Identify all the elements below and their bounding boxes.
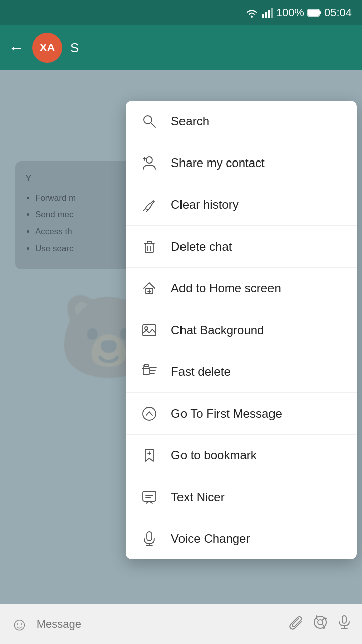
input-bar: ☺ bbox=[0, 604, 362, 644]
menu-item-text-nicer[interactable]: Text Nicer bbox=[126, 476, 357, 518]
menu-label-share-contact: Share my contact bbox=[171, 156, 265, 170]
svg-rect-6 bbox=[319, 11, 321, 14]
home-add-icon bbox=[140, 279, 159, 298]
svg-rect-39 bbox=[342, 616, 346, 623]
chat-area: 🐻 Y Forward m Send mec Access th Use sea… bbox=[0, 70, 362, 604]
menu-item-first-message[interactable]: Go To First Message bbox=[126, 393, 357, 435]
menu-item-fast-delete[interactable]: Fast delete bbox=[126, 351, 357, 393]
attachment-icon[interactable] bbox=[289, 615, 304, 633]
microphone-icon[interactable] bbox=[337, 615, 352, 633]
svg-rect-34 bbox=[147, 532, 152, 541]
add-person-icon bbox=[140, 153, 159, 173]
svg-rect-2 bbox=[265, 12, 267, 18]
back-button[interactable]: ← bbox=[8, 39, 24, 57]
menu-label-clear-history: Clear history bbox=[171, 198, 239, 212]
menu-label-search: Search bbox=[171, 114, 209, 128]
menu-label-delete-chat: Delete chat bbox=[171, 239, 232, 254]
draw-icon[interactable] bbox=[313, 615, 328, 633]
menu-label-chat-bg: Chat Background bbox=[171, 323, 264, 337]
menu-label-fast-delete: Fast delete bbox=[171, 365, 231, 379]
menu-label-text-nicer: Text Nicer bbox=[171, 490, 225, 504]
bookmark-add-icon bbox=[140, 446, 159, 465]
battery-icon bbox=[307, 8, 321, 17]
svg-line-13 bbox=[143, 209, 145, 211]
svg-point-28 bbox=[143, 407, 156, 420]
image-icon bbox=[140, 320, 159, 340]
svg-rect-3 bbox=[268, 10, 270, 18]
svg-rect-7 bbox=[308, 10, 319, 16]
svg-rect-4 bbox=[272, 8, 273, 18]
battery-text: 100% bbox=[276, 6, 304, 19]
menu-item-delete-chat[interactable]: Delete chat bbox=[126, 226, 357, 268]
broom-icon bbox=[140, 195, 159, 214]
svg-line-9 bbox=[151, 123, 155, 127]
svg-rect-1 bbox=[262, 14, 264, 18]
menu-label-add-home: Add to Home screen bbox=[171, 281, 281, 295]
trash-icon bbox=[140, 237, 159, 256]
svg-point-22 bbox=[145, 327, 148, 330]
svg-rect-15 bbox=[145, 244, 153, 253]
menu-item-bookmark[interactable]: Go to bookmark bbox=[126, 435, 357, 476]
status-icons: 100% 05:04 bbox=[245, 6, 352, 19]
svg-point-38 bbox=[318, 620, 323, 625]
menu-label-first-message: Go To First Message bbox=[171, 407, 282, 421]
avatar: XA bbox=[32, 33, 62, 63]
menu-item-chat-bg[interactable]: Chat Background bbox=[126, 309, 357, 351]
menu-item-add-home[interactable]: Add to Home screen bbox=[126, 268, 357, 309]
svg-point-10 bbox=[146, 157, 152, 163]
menu-item-clear-history[interactable]: Clear history bbox=[126, 184, 357, 226]
message-input[interactable] bbox=[37, 618, 281, 631]
svg-line-14 bbox=[146, 210, 148, 212]
fast-trash-icon bbox=[140, 362, 159, 381]
wifi-icon bbox=[245, 7, 259, 18]
chat-text-icon bbox=[140, 488, 159, 507]
time-text: 05:04 bbox=[324, 6, 352, 19]
top-bar: ← XA S bbox=[0, 25, 362, 70]
up-circle-icon bbox=[140, 404, 159, 423]
contact-name: S bbox=[70, 40, 79, 56]
menu-item-voice-changer[interactable]: Voice Changer bbox=[126, 518, 357, 559]
status-bar: 100% 05:04 bbox=[0, 0, 362, 25]
input-icons bbox=[289, 615, 352, 633]
menu-item-search[interactable]: Search bbox=[126, 101, 357, 142]
menu-item-share-contact[interactable]: Share my contact bbox=[126, 142, 357, 184]
dropdown-menu: Search Share my contact bbox=[126, 101, 357, 559]
svg-rect-31 bbox=[143, 491, 156, 501]
svg-rect-21 bbox=[143, 325, 156, 336]
search-icon bbox=[140, 112, 159, 131]
menu-label-voice-changer: Voice Changer bbox=[171, 532, 250, 546]
emoji-button[interactable]: ☺ bbox=[10, 614, 29, 635]
mic-icon bbox=[140, 529, 159, 548]
svg-rect-23 bbox=[143, 367, 149, 375]
svg-point-0 bbox=[251, 16, 253, 18]
menu-label-bookmark: Go to bookmark bbox=[171, 448, 257, 462]
signal-icon bbox=[262, 7, 273, 18]
